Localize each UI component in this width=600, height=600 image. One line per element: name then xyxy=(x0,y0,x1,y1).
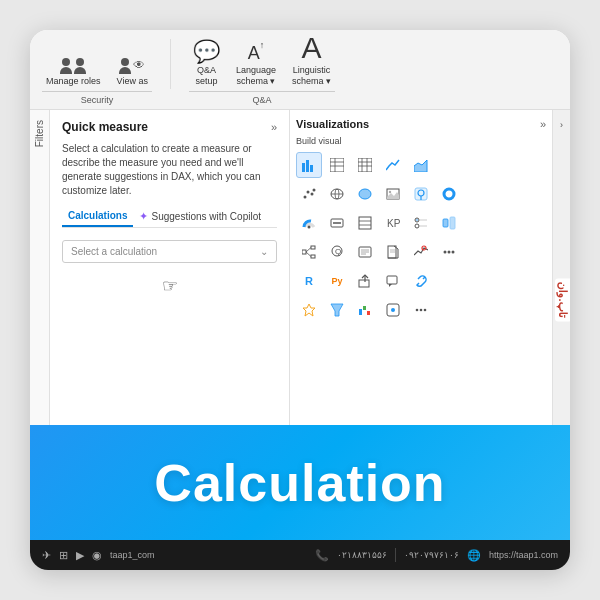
svg-point-36 xyxy=(416,219,418,221)
divider-1 xyxy=(170,39,171,89)
viz-header: Visualizations » xyxy=(296,118,546,130)
visualizations-panel: Visualizations » Build visual xyxy=(290,110,552,425)
language-schema-button[interactable]: A↑ Languageschema ▾ xyxy=(232,42,280,89)
viz-btn-decomp-tree[interactable] xyxy=(296,239,322,265)
svg-marker-12 xyxy=(414,160,427,172)
viz-btn-shape-map[interactable] xyxy=(436,210,462,236)
strip-btn-1[interactable]: › xyxy=(555,118,569,132)
svg-point-22 xyxy=(389,191,391,193)
footer-handle: taap1_com xyxy=(110,550,155,560)
viz-btn-export[interactable] xyxy=(352,268,378,294)
svg-rect-40 xyxy=(443,219,448,227)
viz-btn-custom-visual[interactable] xyxy=(380,297,406,323)
viz-btn-table[interactable] xyxy=(324,152,350,178)
viz-btn-donut[interactable] xyxy=(436,181,462,207)
viz-btn-link[interactable] xyxy=(408,268,434,294)
viz-btn-more[interactable] xyxy=(436,239,462,265)
viz-btn-python[interactable]: Py xyxy=(324,268,350,294)
viz-btn-filled-map[interactable] xyxy=(352,181,378,207)
svg-line-46 xyxy=(306,252,311,257)
globe-icon: 🌐 xyxy=(467,549,481,562)
viz-btn-azure-map[interactable] xyxy=(408,181,434,207)
viz-title: Visualizations xyxy=(296,118,369,130)
person-icon-2 xyxy=(74,58,86,74)
toolbar-qa-items: 💬 Q&Asetup A↑ Languageschema ▾ A Linguis… xyxy=(189,31,335,89)
qa-setup-label: Q&Asetup xyxy=(195,65,217,87)
toolbar-security-items: Manage roles 👁 View as xyxy=(42,56,152,89)
viz-btn-smart-narrative[interactable] xyxy=(352,239,378,265)
filters-sidebar: Filters xyxy=(30,110,50,425)
viz-btn-qa[interactable]: Q xyxy=(324,239,350,265)
viz-btn-kpi[interactable]: KPI xyxy=(380,210,406,236)
filters-label: Filters xyxy=(34,120,45,147)
viz-btn-bar-chart[interactable] xyxy=(296,152,322,178)
svg-point-13 xyxy=(304,196,307,199)
viz-btn-slicer[interactable] xyxy=(408,210,434,236)
viz-btn-card[interactable] xyxy=(324,210,350,236)
calculation-select[interactable]: Select a calculation ⌄ xyxy=(62,240,277,263)
viz-btn-multirow-card[interactable] xyxy=(352,210,378,236)
svg-text:Q: Q xyxy=(335,247,341,256)
qa-setup-button[interactable]: 💬 Q&Asetup xyxy=(189,39,224,89)
viz-btn-gauge[interactable] xyxy=(296,210,322,236)
quick-measure-title: Quick measure xyxy=(62,120,148,134)
svg-rect-65 xyxy=(363,306,366,310)
person-icon-3 xyxy=(119,58,131,74)
r-label: R xyxy=(305,275,313,287)
svg-point-71 xyxy=(424,309,427,312)
select-arrow: ⌄ xyxy=(260,246,268,257)
language-schema-icon-wrap: A↑ xyxy=(248,44,265,63)
viz-btn-metrics[interactable] xyxy=(296,297,322,323)
quick-measure-panel: Quick measure » Select a calculation to … xyxy=(50,110,290,425)
qa-group-label: Q&A xyxy=(189,91,335,105)
tab-copilot[interactable]: ✦ Suggestions with Copilot xyxy=(135,206,265,227)
svg-rect-60 xyxy=(359,280,369,287)
svg-rect-31 xyxy=(359,217,371,229)
viz-btn-ellipsis[interactable] xyxy=(408,297,434,323)
manage-roles-button[interactable]: Manage roles xyxy=(42,56,105,89)
svg-text:KPI: KPI xyxy=(387,218,400,229)
svg-point-70 xyxy=(420,309,423,312)
viz-btn-anomaly[interactable] xyxy=(408,239,434,265)
viz-btn-line[interactable] xyxy=(380,152,406,178)
tab-calculations[interactable]: Calculations xyxy=(62,206,133,227)
viz-btn-paginated[interactable] xyxy=(380,239,406,265)
viz-btn-waterfall[interactable] xyxy=(352,297,378,323)
viz-chevron[interactable]: » xyxy=(540,118,546,130)
viz-btn-r[interactable]: R xyxy=(296,268,322,294)
copilot-star-icon: ✦ xyxy=(139,210,148,223)
viz-row-3: KPI xyxy=(296,210,546,236)
linguistic-icon: A xyxy=(301,33,321,63)
instagram-icon[interactable]: ◉ xyxy=(92,549,102,562)
viz-btn-matrix[interactable] xyxy=(352,152,378,178)
viz-btn-area[interactable] xyxy=(408,152,434,178)
svg-rect-1 xyxy=(306,160,309,172)
toolbar-group-qa: 💬 Q&Asetup A↑ Languageschema ▾ A Linguis… xyxy=(189,31,335,105)
footer-divider xyxy=(395,548,396,562)
viz-btn-funnel[interactable] xyxy=(324,297,350,323)
linguistic-schema-button[interactable]: A Linguisticschema ▾ xyxy=(288,31,335,89)
view-as-button[interactable]: 👁 View as xyxy=(113,56,152,89)
viz-btn-narratives[interactable] xyxy=(380,268,406,294)
quick-measure-chevron[interactable]: » xyxy=(271,121,277,133)
svg-marker-62 xyxy=(303,304,315,316)
taap-label: تاپ.وان xyxy=(555,278,570,321)
main-card: Manage roles 👁 View as Security xyxy=(30,30,570,570)
footer: ✈ ⊞ ▶ ◉ taap1_com 📞 ۰۲۱۸۸۳۱۵۵۶ ۰۹۲۰۷۹۷۶۱… xyxy=(30,540,570,570)
windows-icon[interactable]: ⊞ xyxy=(59,549,68,562)
quick-measure-header: Quick measure » xyxy=(62,120,277,134)
telegram-icon[interactable]: ✈ xyxy=(42,549,51,562)
toolbar: Manage roles 👁 View as Security xyxy=(30,30,570,110)
qa-setup-icon: 💬 xyxy=(193,41,220,63)
viz-btn-scatter[interactable] xyxy=(296,181,322,207)
svg-point-58 xyxy=(448,251,451,254)
svg-rect-64 xyxy=(359,309,362,315)
svg-point-28 xyxy=(308,226,311,229)
viz-btn-image[interactable] xyxy=(380,181,406,207)
svg-point-14 xyxy=(307,191,310,194)
bottom-banner: Calculation xyxy=(30,425,570,540)
svg-rect-66 xyxy=(367,311,370,315)
viz-btn-map[interactable] xyxy=(324,181,350,207)
youtube-icon[interactable]: ▶ xyxy=(76,549,84,562)
cursor-icon: ☞ xyxy=(62,275,277,297)
